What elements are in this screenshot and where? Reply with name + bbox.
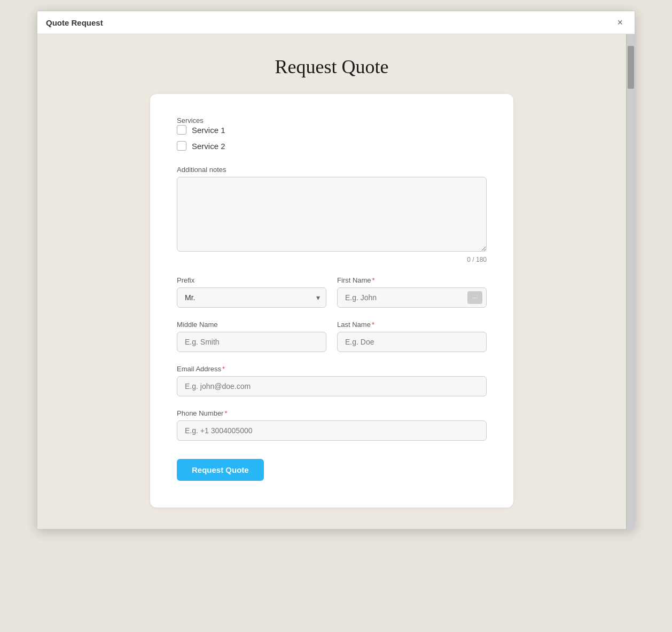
phone-label: Phone Number* bbox=[177, 409, 487, 417]
service2-checkbox[interactable] bbox=[177, 141, 186, 151]
window-title: Quote Request bbox=[46, 18, 103, 27]
services-section: Services Service 1 Service 2 bbox=[177, 115, 487, 151]
notes-label: Additional notes bbox=[177, 166, 487, 174]
lastname-group: Last Name* bbox=[337, 321, 487, 352]
firstname-input[interactable] bbox=[337, 287, 487, 308]
page-title: Request Quote bbox=[48, 56, 615, 78]
firstname-icon-button[interactable]: ··· bbox=[467, 291, 482, 304]
dialog-window: Quote Request × Request Quote Services S… bbox=[37, 11, 635, 529]
email-input[interactable] bbox=[177, 376, 487, 396]
firstname-wrapper: ··· bbox=[337, 287, 487, 308]
firstname-label: First Name* bbox=[337, 276, 487, 284]
service2-item[interactable]: Service 2 bbox=[177, 141, 487, 151]
email-group: Email Address* bbox=[177, 365, 487, 396]
required-star: * bbox=[224, 409, 227, 417]
required-star: * bbox=[372, 321, 374, 329]
submit-button[interactable]: Request Quote bbox=[177, 459, 264, 481]
required-star: * bbox=[222, 365, 225, 373]
prefix-select-wrapper: Mr. Mrs. Ms. Dr. Prof. ▾ bbox=[177, 287, 326, 308]
services-label: Services bbox=[177, 116, 204, 124]
content-area: Request Quote Services Service 1 Service… bbox=[37, 34, 626, 529]
service1-item[interactable]: Service 1 bbox=[177, 125, 487, 135]
firstname-group: First Name* ··· bbox=[337, 276, 487, 308]
middlename-label: Middle Name bbox=[177, 321, 326, 329]
email-label: Email Address* bbox=[177, 365, 487, 373]
scrollbar bbox=[626, 34, 635, 529]
title-bar: Quote Request × bbox=[37, 11, 635, 34]
prefix-group: Prefix Mr. Mrs. Ms. Dr. Prof. ▾ bbox=[177, 276, 326, 308]
lastname-label: Last Name* bbox=[337, 321, 487, 329]
service1-label: Service 1 bbox=[192, 126, 225, 135]
close-button[interactable]: × bbox=[614, 17, 626, 28]
service2-label: Service 2 bbox=[192, 142, 225, 151]
middlename-input[interactable] bbox=[177, 332, 326, 352]
required-star: * bbox=[372, 276, 375, 284]
phone-group: Phone Number* bbox=[177, 409, 487, 441]
prefix-label: Prefix bbox=[177, 276, 326, 284]
middlename-lastname-row: Middle Name Last Name* bbox=[177, 321, 487, 365]
lastname-input[interactable] bbox=[337, 332, 487, 352]
checkbox-group: Service 1 Service 2 bbox=[177, 125, 487, 151]
service1-checkbox[interactable] bbox=[177, 125, 186, 135]
form-card: Services Service 1 Service 2 A bbox=[150, 94, 513, 508]
scrollbar-thumb[interactable] bbox=[628, 46, 634, 89]
notes-section: Additional notes 0 / 180 bbox=[177, 166, 487, 263]
window-body: Request Quote Services Service 1 Service… bbox=[37, 34, 635, 529]
prefix-select[interactable]: Mr. Mrs. Ms. Dr. Prof. bbox=[177, 287, 326, 308]
middlename-group: Middle Name bbox=[177, 321, 326, 352]
char-count: 0 / 180 bbox=[177, 256, 487, 263]
prefix-firstname-row: Prefix Mr. Mrs. Ms. Dr. Prof. ▾ bbox=[177, 276, 487, 321]
notes-textarea[interactable] bbox=[177, 177, 487, 252]
phone-input[interactable] bbox=[177, 420, 487, 441]
